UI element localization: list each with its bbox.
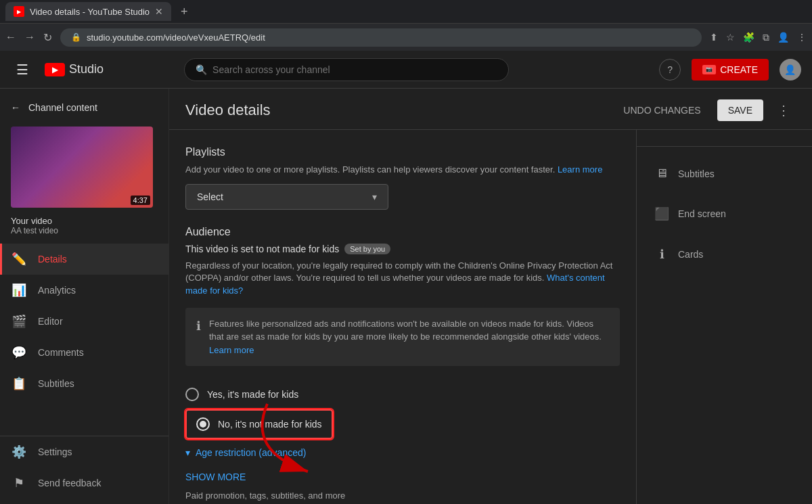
panel-item-subtitles-label: Subtitles	[678, 168, 715, 179]
browser-controls: ← → ↻ 🔒 studio.youtube.com/video/veVxeuA…	[0, 24, 812, 51]
audience-title: Audience	[185, 226, 620, 238]
sidebar-item-subtitles[interactable]: 📋 Subtitles	[0, 368, 168, 399]
sidebar: ← Channel content 4:37 Your video AA tes…	[0, 89, 169, 504]
sidebar-item-settings[interactable]: ⚙️ Settings	[0, 436, 168, 467]
age-restriction-label: Age restriction (advanced)	[196, 447, 306, 458]
back-button[interactable]: ←	[5, 31, 16, 43]
playlists-title: Playlists	[185, 146, 620, 158]
forward-button[interactable]: →	[24, 31, 35, 43]
dropdown-arrow-icon: ▾	[372, 191, 377, 202]
info-learn-more[interactable]: Learn more	[209, 345, 254, 355]
info-icon: ℹ	[196, 319, 201, 357]
radio-yes-label: Yes, it's made for kids	[207, 389, 298, 400]
nav-right: ? 📷 CREATE 👤	[659, 59, 801, 81]
extension-icon[interactable]: 🧩	[743, 32, 754, 43]
feedback-icon: ⚑	[11, 476, 27, 490]
playlist-select-label: Select	[197, 191, 223, 202]
sidebar-item-analytics[interactable]: 📊 Analytics	[0, 275, 168, 306]
radio-no-label: No, it's not made for kids	[218, 419, 322, 430]
undo-changes-button[interactable]: UNDO CHANGES	[615, 99, 708, 121]
create-label: CREATE	[720, 64, 758, 75]
save-button[interactable]: SAVE	[717, 99, 763, 121]
playlists-desc-text: Add your video to one or more playlists.…	[185, 164, 555, 175]
info-text: Features like personalized ads and notif…	[209, 317, 609, 357]
audience-status-text: This video is set to not made for kids	[185, 244, 339, 254]
sidebar-item-comments[interactable]: 💬 Comments	[0, 337, 168, 368]
audience-status-row: This video is set to not made for kids S…	[185, 244, 620, 254]
sidebar-item-label-details: Details	[38, 254, 67, 265]
active-tab[interactable]: Video details - YouTube Studio ✕	[5, 2, 171, 21]
video-info: Your video AA test video	[0, 213, 168, 244]
header-actions: UNDO CHANGES SAVE ⋮	[615, 99, 796, 121]
share-icon[interactable]: ⬆	[710, 32, 718, 43]
comments-icon: 💬	[11, 345, 27, 360]
panel-item-end-screen[interactable]: ⬛ End screen	[642, 196, 807, 231]
video-duration: 4:37	[131, 196, 150, 205]
details-icon: ✏️	[11, 252, 27, 267]
video-thumbnail: 4:37	[11, 127, 153, 208]
profile-icon[interactable]: 👤	[777, 32, 789, 43]
url-text: studio.youtube.com/video/veVxeuAETRQ/edi…	[87, 32, 265, 43]
browser-actions: ⬆ ☆ 🧩 ⧉ 👤 ⋮	[710, 32, 807, 43]
age-restriction-row[interactable]: ▾ Age restriction (advanced)	[185, 439, 620, 466]
sidebar-item-label-comments: Comments	[38, 347, 84, 358]
radio-no-option[interactable]: No, it's not made for kids	[185, 409, 333, 439]
sidebar-bottom: ⚙️ Settings ⚑ Send feedback	[0, 436, 168, 499]
search-icon: 🔍	[196, 64, 207, 75]
show-more-button[interactable]: SHOW MORE	[185, 466, 620, 488]
tab-favicon	[14, 6, 24, 17]
sidebar-item-label-editor: Editor	[38, 316, 63, 327]
sidebar-item-label-settings: Settings	[38, 446, 72, 457]
top-nav: ☰ Studio 🔍 ? 📷 CREATE 👤	[0, 51, 812, 89]
logo-area: Studio	[45, 62, 104, 76]
page-title: Video details	[185, 101, 615, 119]
radio-yes-option[interactable]: Yes, it's made for kids	[185, 380, 620, 409]
panel-item-cards-label: Cards	[678, 249, 703, 260]
back-to-channel-content[interactable]: ← Channel content	[0, 94, 168, 121]
new-tab-button[interactable]: +	[177, 5, 192, 19]
playlist-dropdown[interactable]: Select ▾	[185, 184, 388, 210]
audience-desc: Regardless of your location, you're lega…	[185, 260, 620, 297]
lock-icon: 🔒	[71, 32, 81, 42]
promo-text: Paid promotion, tags, subtitles, and mor…	[185, 490, 620, 501]
app-container: ☰ Studio 🔍 ? 📷 CREATE 👤 ← Channel conten…	[0, 51, 812, 504]
audience-section: Audience This video is set to not made f…	[185, 226, 620, 501]
end-screen-icon: ⬛	[654, 206, 670, 221]
info-text-content: Features like personalized ads and notif…	[209, 319, 602, 342]
sidebar-item-send-feedback[interactable]: ⚑ Send feedback	[0, 467, 168, 499]
help-button[interactable]: ?	[659, 59, 681, 81]
panel-item-end-screen-label: End screen	[678, 208, 726, 219]
back-arrow-icon: ←	[11, 102, 20, 113]
sidebar-item-label-feedback: Send feedback	[38, 478, 101, 488]
hamburger-icon[interactable]: ☰	[11, 56, 34, 83]
cards-icon: ℹ	[654, 247, 670, 262]
video-form: Playlists Add your video to one or more …	[169, 130, 636, 504]
star-icon[interactable]: ☆	[726, 32, 735, 43]
menu-dots-icon[interactable]: ⋮	[797, 32, 807, 43]
more-options-icon[interactable]: ⋮	[771, 99, 796, 121]
tab-title: Video details - YouTube Studio	[30, 7, 150, 17]
content-area: Playlists Add your video to one or more …	[169, 130, 812, 504]
create-button[interactable]: 📷 CREATE	[692, 59, 769, 81]
sidebar-item-label-subtitles: Subtitles	[38, 378, 74, 389]
playlists-learn-more[interactable]: Learn more	[558, 164, 602, 175]
sidebar-item-label-analytics: Analytics	[38, 285, 76, 296]
video-title: Your video	[11, 216, 158, 226]
avatar[interactable]: 👤	[780, 59, 801, 81]
info-box: ℹ Features like personalized ads and not…	[185, 308, 620, 367]
tab-close-button[interactable]: ✕	[155, 6, 163, 17]
search-bar[interactable]: 🔍	[184, 58, 509, 81]
radio-dot	[200, 421, 206, 428]
address-bar[interactable]: 🔒 studio.youtube.com/video/veVxeuAETRQ/e…	[60, 28, 702, 47]
reload-button[interactable]: ↻	[43, 31, 52, 44]
panel-divider-top	[637, 146, 812, 147]
camera-icon: 📷	[702, 65, 716, 74]
subtitles-panel-icon: 🖥	[654, 166, 670, 181]
panel-item-cards[interactable]: ℹ Cards	[642, 237, 807, 272]
sidebar-item-details[interactable]: ✏️ Details	[0, 244, 168, 275]
split-icon[interactable]: ⧉	[763, 32, 769, 43]
sidebar-item-editor[interactable]: 🎬 Editor	[0, 306, 168, 337]
search-input[interactable]	[212, 64, 497, 75]
playlists-section: Playlists Add your video to one or more …	[185, 146, 620, 210]
panel-item-subtitles[interactable]: 🖥 Subtitles	[642, 156, 807, 191]
